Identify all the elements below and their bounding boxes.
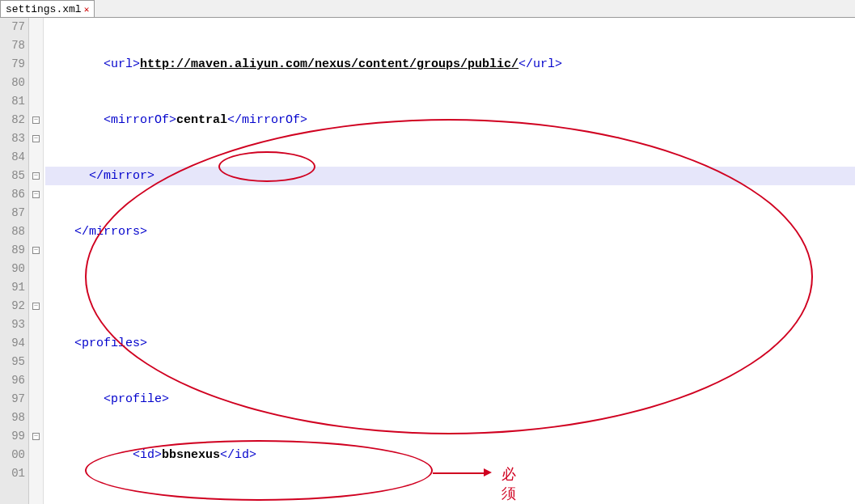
code-line: <mirrorOf>central</mirrorOf> [45,111,855,129]
code-line [45,278,855,297]
line-number: 82 [0,111,25,129]
fold-toggle-icon[interactable]: − [32,191,40,198]
line-number: 93 [0,316,25,334]
line-number: 00 [0,446,25,464]
code-line: <url>http://maven.aliyun.com/nexus/conte… [45,55,855,74]
editor: 7778798081828384858687888990919293949596… [0,18,855,504]
fold-toggle-icon[interactable]: − [32,247,40,254]
line-number: 91 [0,278,25,297]
line-number: 90 [0,260,25,278]
line-number: 97 [0,390,25,409]
line-number: 01 [0,464,25,483]
line-number: 86 [0,185,25,204]
line-number: 80 [0,74,25,92]
line-number-gutter: 7778798081828384858687888990919293949596… [0,18,29,504]
code-area[interactable]: <url>http://maven.aliyun.com/nexus/conte… [44,18,855,504]
line-number: 94 [0,334,25,353]
line-number: 84 [0,148,25,167]
line-number: 98 [0,409,25,427]
fold-toggle-icon[interactable]: − [32,135,40,142]
code-line: <profiles> [45,334,855,353]
tab-bar: settings.xml ✕ [0,0,855,18]
line-number: 96 [0,371,25,390]
line-number: 85 [0,167,25,185]
line-number: 92 [0,297,25,316]
line-number: 81 [0,92,25,111]
line-number: 83 [0,129,25,148]
file-tab[interactable]: settings.xml ✕ [0,0,95,17]
close-icon[interactable]: ✕ [84,4,90,15]
line-number: 87 [0,204,25,222]
line-number: 79 [0,55,25,74]
fold-toggle-icon[interactable]: − [32,116,40,124]
code-line-highlighted: </mirror> [45,167,855,185]
code-line: <profile> [45,390,855,409]
fold-toggle-icon[interactable]: − [32,303,40,310]
line-number: 88 [0,222,25,241]
line-number: 77 [0,18,25,36]
code-line: <id>bbsnexus</id> [45,446,855,464]
code-line: </mirrors> [45,222,855,241]
tab-label: settings.xml [6,3,82,15]
fold-column: −−−−−−− [29,18,44,504]
line-number: 99 [0,427,25,446]
line-number: 78 [0,36,25,55]
line-number: 89 [0,241,25,260]
line-number: 95 [0,353,25,371]
fold-toggle-icon[interactable]: − [32,433,40,440]
fold-toggle-icon[interactable]: − [32,172,40,180]
